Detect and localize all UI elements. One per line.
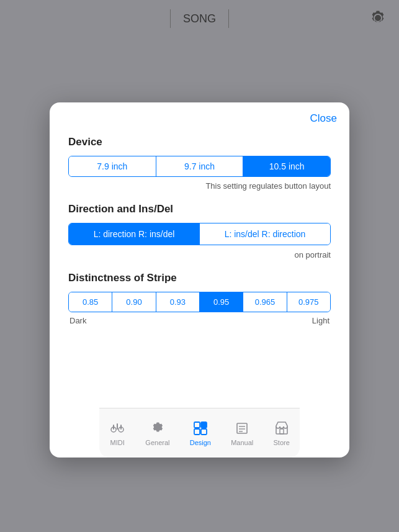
- distinct-option-4[interactable]: 0.965: [243, 292, 287, 312]
- light-label: Light: [312, 316, 330, 325]
- direction-segmented: L: direction R: ins/del L: ins/del R: di…: [68, 223, 331, 245]
- dark-label: Dark: [69, 316, 86, 325]
- store-icon: [274, 420, 290, 436]
- device-option-1[interactable]: 9.7 inch: [156, 156, 244, 176]
- svg-rect-3: [117, 423, 118, 430]
- tab-design-label: Design: [190, 439, 211, 446]
- tab-midi-label: MIDI: [110, 439, 124, 446]
- direction-hint: on portrait: [68, 250, 331, 259]
- tab-general-label: General: [145, 439, 169, 446]
- svg-rect-8: [201, 429, 207, 435]
- tab-manual[interactable]: Manual: [223, 415, 261, 451]
- svg-rect-13: [280, 429, 284, 434]
- tab-design[interactable]: Design: [182, 415, 218, 451]
- svg-rect-5: [194, 422, 200, 428]
- device-option-2[interactable]: 10.5 inch: [243, 156, 330, 176]
- device-section-title: Device: [68, 136, 331, 148]
- gear-icon: [369, 9, 387, 27]
- gear-settings-button[interactable]: [369, 9, 387, 29]
- design-icon: [192, 420, 208, 436]
- device-hint: This setting regulates button layout: [68, 181, 331, 191]
- svg-rect-7: [194, 429, 200, 435]
- close-button[interactable]: Close: [310, 112, 337, 125]
- song-title: SONG: [171, 12, 228, 25]
- distinct-option-3[interactable]: 0.95: [200, 292, 243, 312]
- direction-section-title: Direction and Ins/Del: [68, 203, 331, 215]
- direction-section: Direction and Ins/Del L: direction R: in…: [68, 203, 331, 259]
- svg-rect-6: [201, 422, 207, 428]
- manual-icon: [234, 420, 250, 436]
- settings-modal: Close Device 7.9 inch 9.7 inch 10.5 inch…: [50, 102, 349, 458]
- distinctness-section-title: Distinctness of Stripe: [68, 272, 331, 284]
- direction-option-0[interactable]: L: direction R: ins/del: [69, 223, 200, 245]
- distinct-option-0[interactable]: 0.85: [69, 292, 112, 312]
- distinctness-section: Distinctness of Stripe 0.85 0.90 0.93 0.…: [68, 272, 331, 325]
- tab-store-label: Store: [274, 439, 290, 446]
- distinct-option-1[interactable]: 0.90: [112, 292, 156, 312]
- tab-midi[interactable]: MIDI: [102, 415, 133, 451]
- tab-general[interactable]: General: [138, 415, 177, 451]
- divider-right: [228, 9, 229, 28]
- general-gear-icon: [150, 420, 166, 436]
- modal-close-row: Close: [50, 102, 349, 130]
- tab-bar: MIDI General Design: [99, 408, 300, 458]
- distinct-option-5[interactable]: 0.975: [287, 292, 330, 312]
- tab-store[interactable]: Store: [266, 415, 297, 451]
- svg-rect-4: [120, 425, 122, 430]
- midi-icon: [109, 420, 125, 436]
- svg-rect-2: [113, 425, 114, 430]
- distinctness-segmented: 0.85 0.90 0.93 0.95 0.965 0.975: [68, 292, 331, 312]
- dark-light-row: Dark Light: [68, 316, 331, 325]
- distinct-option-2[interactable]: 0.93: [156, 292, 200, 312]
- tab-manual-label: Manual: [231, 439, 253, 446]
- device-segmented: 7.9 inch 9.7 inch 10.5 inch: [68, 156, 331, 177]
- direction-option-1[interactable]: L: ins/del R: direction: [200, 223, 330, 245]
- top-bar: SONG: [0, 0, 399, 37]
- device-option-0[interactable]: 7.9 inch: [69, 156, 156, 176]
